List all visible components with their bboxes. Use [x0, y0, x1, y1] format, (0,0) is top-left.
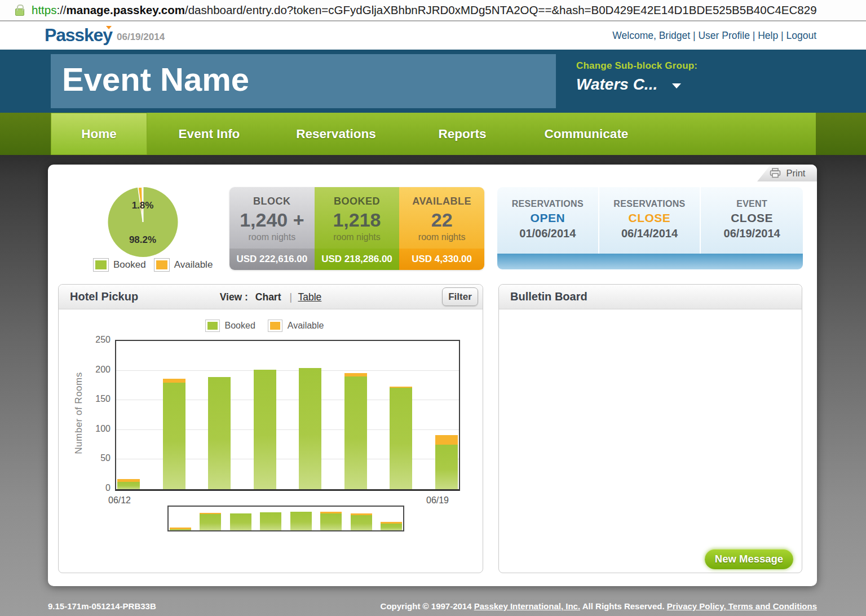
- y-tick-150: 150: [88, 394, 111, 404]
- key-dates-panel: RESERVATIONS OPEN 01/06/2014 RESERVATION…: [497, 187, 803, 269]
- bar-06/14: [208, 377, 231, 489]
- new-message-button[interactable]: New Message: [705, 549, 793, 569]
- ssl-lock-icon: [15, 8, 24, 16]
- user-profile-link[interactable]: User Profile: [698, 30, 749, 41]
- nav-right-cap: [816, 113, 866, 155]
- view-toggle: View : Chart | Table: [59, 291, 483, 303]
- bar-06/17: [344, 373, 367, 489]
- help-link[interactable]: Help: [758, 30, 778, 41]
- event-name-box: Event Name: [51, 54, 556, 108]
- gridline: [116, 370, 459, 371]
- booked-stat: BOOKED1,218room nights USD 218,286.00: [315, 187, 400, 270]
- bar-06/15: [260, 512, 281, 530]
- y-tick-200: 200: [88, 365, 111, 375]
- bar-06/13: [200, 513, 221, 530]
- x-tick-06/12: 06/12: [108, 495, 131, 506]
- room-summary-blocks: BLOCK1,240 +room nights USD 222,616.00 B…: [229, 187, 484, 270]
- nav-tab-reservations[interactable]: Reservations: [271, 113, 401, 155]
- pie-legend: Booked Available: [93, 258, 220, 272]
- bar-06/18: [351, 513, 372, 530]
- y-tick-0: 0: [88, 483, 111, 493]
- bulletin-board-title: Bulletin Board: [510, 290, 587, 303]
- current-date: 06/19/2014: [117, 32, 165, 43]
- bar-06/12: [117, 479, 140, 489]
- event-close-date: EVENT CLOSE 06/19/2014: [701, 187, 803, 254]
- hotel-pickup-header: Hotel Pickup View : Chart | Table Filter: [59, 285, 483, 309]
- logo-accent-icon: [106, 26, 112, 29]
- passkey-logo[interactable]: Passkey: [45, 25, 112, 46]
- printer-icon: [769, 168, 781, 178]
- pie-booked-label: 98.2%: [129, 234, 156, 246]
- bar-06/19: [435, 435, 458, 489]
- hotel-pickup-panel: Hotel Pickup View : Chart | Table Filter…: [58, 284, 483, 573]
- change-subblock-label: Change Sub-block Group:: [576, 60, 697, 72]
- nav-left-cap: [0, 113, 51, 155]
- available-swatch: [268, 320, 282, 332]
- pickup-range-selector[interactable]: [167, 506, 404, 531]
- x-tick-06/19: 06/19: [426, 495, 449, 506]
- filter-button[interactable]: Filter: [442, 287, 478, 306]
- bar-06/17: [320, 512, 342, 530]
- nav-tab-communicate[interactable]: Communicate: [524, 113, 649, 155]
- bar-06/13: [163, 379, 185, 489]
- app-header: Passkey 06/19/2014 Welcome, Bridget | Us…: [0, 21, 866, 50]
- nav-tab-event-info[interactable]: Event Info: [147, 113, 271, 155]
- copyright-text: Copyright © 1997-2014 Passkey Internatio…: [381, 601, 817, 611]
- url-text: https://manage.passkey.com/dashboard/ent…: [32, 3, 817, 17]
- pickup-chart-plot: [115, 340, 460, 491]
- bar-06/14: [230, 513, 251, 530]
- bar-06/18: [390, 387, 412, 489]
- y-tick-100: 100: [88, 424, 111, 434]
- pie-available-label: 1.8%: [132, 200, 154, 211]
- key-dates-footer-bar: [497, 254, 803, 269]
- y-tick-50: 50: [88, 453, 111, 463]
- main-nav: Home Event Info Reservations Reports Com…: [0, 113, 866, 155]
- bar-06/19: [381, 522, 402, 530]
- booked-swatch: [205, 320, 220, 332]
- bar-06/12: [170, 528, 191, 530]
- reservations-open-date: RESERVATIONS OPEN 01/06/2014: [497, 187, 599, 254]
- print-button[interactable]: Print: [757, 165, 817, 181]
- dropdown-caret-icon: [672, 83, 681, 88]
- room-pie-chart: [107, 185, 179, 258]
- logout-link[interactable]: Logout: [786, 30, 816, 41]
- event-banner: Event Name Change Sub-block Group: Water…: [0, 50, 866, 113]
- available-swatch: [154, 258, 170, 272]
- privacy-terms-link[interactable]: Privacy Policy, Terms and Conditions: [667, 601, 817, 611]
- bar-06/16: [299, 368, 321, 489]
- dashboard-card: Print 1.8% 98.2% Booked Available BLOCK1…: [48, 165, 817, 586]
- welcome-text: Welcome, Bridget: [612, 30, 690, 41]
- header-links: Welcome, Bridget | User Profile | Help |…: [612, 30, 816, 42]
- view-table-link[interactable]: Table: [298, 291, 321, 303]
- reservations-close-date: RESERVATIONS CLOSE 06/14/2014: [599, 187, 701, 254]
- available-stat: AVAILABLE22room nights USD 4,330.00: [399, 187, 484, 270]
- bulletin-board-header: Bulletin Board: [499, 285, 802, 309]
- page-background: Print 1.8% 98.2% Booked Available BLOCK1…: [0, 155, 866, 616]
- nav-tab-home[interactable]: Home: [51, 113, 147, 155]
- bar-06/15: [254, 370, 276, 490]
- bar-06/16: [290, 512, 312, 530]
- separator: |: [753, 30, 758, 41]
- y-tick-250: 250: [88, 335, 111, 345]
- passkey-link[interactable]: Passkey International, Inc.: [474, 601, 580, 611]
- nav-tab-reports[interactable]: Reports: [401, 113, 524, 155]
- browser-address-bar[interactable]: https://manage.passkey.com/dashboard/ent…: [0, 0, 866, 21]
- subblock-group-control: Change Sub-block Group: Waters C...: [576, 60, 697, 94]
- build-number: 9.15-171m-051214-PRB33B: [48, 601, 156, 611]
- y-axis-title: Number of Rooms: [73, 357, 85, 469]
- block-stat: BLOCK1,240 +room nights USD 222,616.00: [229, 187, 315, 270]
- bulletin-board-panel: Bulletin Board New Message: [498, 284, 802, 573]
- event-name-title: Event Name: [51, 54, 556, 98]
- booked-swatch: [93, 258, 109, 272]
- view-chart-option[interactable]: Chart: [255, 291, 281, 303]
- pickup-chart-legend: Booked Available: [59, 320, 483, 332]
- subblock-group-dropdown[interactable]: Waters C...: [576, 76, 697, 94]
